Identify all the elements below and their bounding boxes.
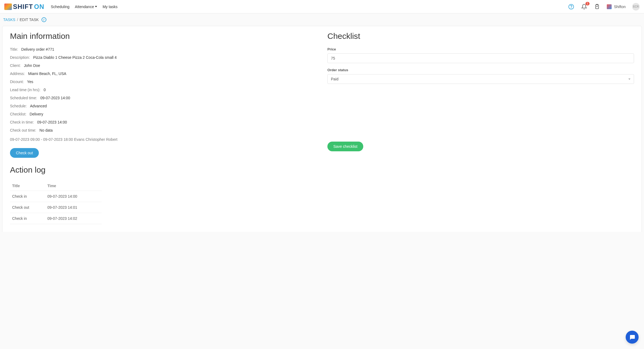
address-label: Address: xyxy=(10,71,25,76)
desc-label: Description: xyxy=(10,55,30,60)
discount-value: Yes xyxy=(27,80,33,84)
schedule-value: Advanced xyxy=(30,104,47,108)
status-select[interactable]: Paid xyxy=(327,74,634,84)
save-checklist-button[interactable]: Save checklist xyxy=(327,142,363,151)
info-row-scheduled-time: Scheduled time: 09-07-2023 14:00 xyxy=(10,96,317,100)
nav-scheduling[interactable]: Scheduling xyxy=(51,4,69,10)
shift-assignment: 09-07-2023 09:00 - 09-07-2023 18:00 Evan… xyxy=(10,137,317,142)
status-value: Paid xyxy=(331,77,338,81)
log-time: 09-07-2023 14:00 xyxy=(45,191,102,202)
breadcrumb-separator: / xyxy=(17,18,18,22)
checkout-label: Check out time: xyxy=(10,128,36,132)
logo[interactable]: SHIFTON xyxy=(4,3,44,11)
checkin-label: Check in time: xyxy=(10,120,34,124)
breadcrumb-current: EDIT TASK xyxy=(20,18,39,22)
chevron-down-icon xyxy=(628,78,631,80)
sched-time-value: 09-07-2023 14:00 xyxy=(40,96,70,100)
price-group: Price xyxy=(327,47,634,63)
log-time: 09-07-2023 14:01 xyxy=(45,202,102,213)
notification-badge: 5 xyxy=(585,2,590,5)
checklist-section: Checklist Price Order status Paid Save c… xyxy=(327,32,634,224)
header-left: SHIFTON Scheduling Attendance My tasks xyxy=(4,3,118,11)
schedule-label: Schedule: xyxy=(10,104,27,108)
header-right: 5 Shifton ECR xyxy=(568,3,640,11)
sched-time-label: Scheduled time: xyxy=(10,96,37,100)
price-label: Price xyxy=(327,47,634,51)
info-row-client: Client: John Doe xyxy=(10,63,317,68)
action-log-section: Action log Title Time Check in 09-07-202… xyxy=(10,165,317,224)
table-row: Check in 09-07-2023 14:02 xyxy=(10,213,102,224)
info-row-address: Address: Miami Beach, FL, USA xyxy=(10,71,317,76)
chevron-down-icon xyxy=(95,6,97,7)
col-time: Time xyxy=(45,181,102,191)
logo-text-on: ON xyxy=(34,3,44,11)
price-input[interactable] xyxy=(327,53,634,63)
discount-label: Dicount: xyxy=(10,80,24,84)
checkout-value: No data xyxy=(39,128,53,132)
title-label: Title: xyxy=(10,47,18,52)
notifications-icon[interactable]: 5 xyxy=(581,4,587,10)
client-value: John Doe xyxy=(24,63,40,68)
info-row-discount: Dicount: Yes xyxy=(10,80,317,84)
status-label: Order status xyxy=(327,68,634,72)
logo-icon xyxy=(4,4,12,10)
breadcrumb-tasks[interactable]: TASKS xyxy=(3,18,15,22)
checkin-value: 09-07-2023 14:00 xyxy=(37,120,67,124)
main-nav: Scheduling Attendance My tasks xyxy=(51,4,117,10)
breadcrumb: TASKS / EDIT TASK i xyxy=(0,13,644,26)
check-out-button[interactable]: Check out xyxy=(10,148,39,158)
main-info-heading: Main information xyxy=(10,32,317,41)
checklist-value: Delivery xyxy=(30,112,43,116)
log-time: 09-07-2023 14:02 xyxy=(45,213,102,224)
info-icon[interactable]: i xyxy=(42,17,46,22)
col-title: Title xyxy=(10,181,45,191)
address-value: Miami Beach, FL, USA xyxy=(28,71,66,76)
info-row-title: Title: Delivery order #771 xyxy=(10,47,317,52)
action-log-table: Title Time Check in 09-07-2023 14:00 Che… xyxy=(10,181,102,224)
nav-attendance-label: Attendance xyxy=(75,5,94,9)
company-switcher[interactable]: Shifton xyxy=(607,4,626,9)
user-avatar[interactable]: ECR xyxy=(632,3,640,11)
desc-value: Pizza Diablo 1 Cheese Pizza 2 Coca-Cola … xyxy=(33,55,117,60)
table-row: Check in 09-07-2023 14:00 xyxy=(10,191,102,202)
log-title: Check in xyxy=(10,213,45,224)
action-log-heading: Action log xyxy=(10,165,317,174)
status-group: Order status Paid xyxy=(327,68,634,84)
info-row-description: Description: Pizza Diablo 1 Cheese Pizza… xyxy=(10,55,317,60)
main-card: Main information Title: Delivery order #… xyxy=(2,26,642,232)
table-row: Check out 09-07-2023 14:01 xyxy=(10,202,102,213)
nav-my-tasks[interactable]: My tasks xyxy=(102,4,117,10)
clipboard-icon[interactable] xyxy=(594,4,600,10)
lead-label: Lead time (in hrs): xyxy=(10,88,40,92)
nav-attendance[interactable]: Attendance xyxy=(75,4,97,10)
info-row-checkin: Check in time: 09-07-2023 14:00 xyxy=(10,120,317,124)
info-row-checkout: Check out time: No data xyxy=(10,128,317,132)
main-info-section: Main information Title: Delivery order #… xyxy=(10,32,317,224)
svg-point-1 xyxy=(571,8,571,8)
checklist-label: Checklist: xyxy=(10,112,26,116)
client-label: Client: xyxy=(10,63,21,68)
log-title: Check in xyxy=(10,191,45,202)
info-row-schedule: Schedule: Advanced xyxy=(10,104,317,108)
lead-value: 0 xyxy=(44,88,46,92)
log-title: Check out xyxy=(10,202,45,213)
help-icon[interactable] xyxy=(568,4,574,10)
title-value: Delivery order #771 xyxy=(21,47,54,52)
logo-text-shift: SHIFT xyxy=(13,3,33,11)
app-header: SHIFTON Scheduling Attendance My tasks 5… xyxy=(0,0,644,13)
company-name: Shifton xyxy=(614,5,626,9)
checklist-heading: Checklist xyxy=(327,32,634,41)
company-logo-icon xyxy=(607,4,612,9)
info-row-checklist: Checklist: Delivery xyxy=(10,112,317,116)
info-row-lead-time: Lead time (in hrs): 0 xyxy=(10,88,317,92)
